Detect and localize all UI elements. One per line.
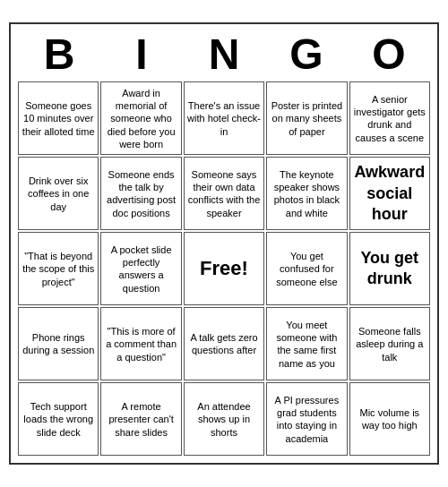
bingo-cell-22[interactable]: An attendee shows up in shorts	[184, 382, 264, 456]
bingo-cell-8[interactable]: The keynote speaker shows photos in blac…	[266, 157, 347, 230]
letter-g: G	[268, 31, 345, 79]
bingo-cell-21[interactable]: A remote presenter can't share slides	[100, 382, 181, 456]
bingo-cell-18[interactable]: You meet someone with the same first nam…	[266, 307, 347, 380]
bingo-cell-5[interactable]: Drink over six coffees in one day	[18, 157, 99, 230]
letter-b: B	[21, 31, 98, 79]
bingo-cell-6[interactable]: Someone ends the talk by advertising pos…	[100, 157, 181, 230]
bingo-cell-4[interactable]: A senior investigator gets drunk and cau…	[349, 81, 430, 155]
bingo-cell-24[interactable]: Mic volume is way too high	[349, 382, 430, 456]
bingo-cell-9[interactable]: Awkward social hour	[349, 157, 430, 230]
letter-i: I	[103, 31, 180, 79]
bingo-cell-12[interactable]: Free!	[184, 232, 264, 305]
bingo-cell-17[interactable]: A talk gets zero questions after	[184, 307, 264, 380]
bingo-cell-11[interactable]: A pocket slide perfectly answers a quest…	[100, 232, 181, 305]
bingo-card: B I N G O Someone goes 10 minutes over t…	[9, 22, 439, 466]
bingo-title: B I N G O	[18, 31, 430, 79]
bingo-cell-23[interactable]: A PI pressures grad students into stayin…	[266, 382, 347, 456]
bingo-cell-14[interactable]: You get drunk	[349, 232, 430, 305]
bingo-cell-15[interactable]: Phone rings during a session	[18, 307, 99, 380]
bingo-cell-16[interactable]: "This is more of a comment than a questi…	[100, 307, 181, 380]
bingo-cell-19[interactable]: Someone falls asleep during a talk	[349, 307, 430, 380]
bingo-cell-20[interactable]: Tech support loads the wrong slide deck	[18, 382, 99, 456]
bingo-cell-0[interactable]: Someone goes 10 minutes over their allot…	[18, 81, 99, 155]
bingo-cell-13[interactable]: You get confused for someone else	[266, 232, 347, 305]
letter-o: O	[350, 31, 427, 79]
letter-n: N	[185, 31, 263, 79]
bingo-cell-7[interactable]: Someone says their own data conflicts wi…	[184, 157, 264, 230]
bingo-grid: Someone goes 10 minutes over their allot…	[18, 81, 430, 456]
bingo-cell-1[interactable]: Award in memorial of someone who died be…	[100, 81, 181, 155]
bingo-cell-2[interactable]: There's an issue with hotel check-in	[184, 81, 264, 155]
bingo-cell-3[interactable]: Poster is printed on many sheets of pape…	[266, 81, 347, 155]
bingo-cell-10[interactable]: "That is beyond the scope of this projec…	[18, 232, 99, 305]
